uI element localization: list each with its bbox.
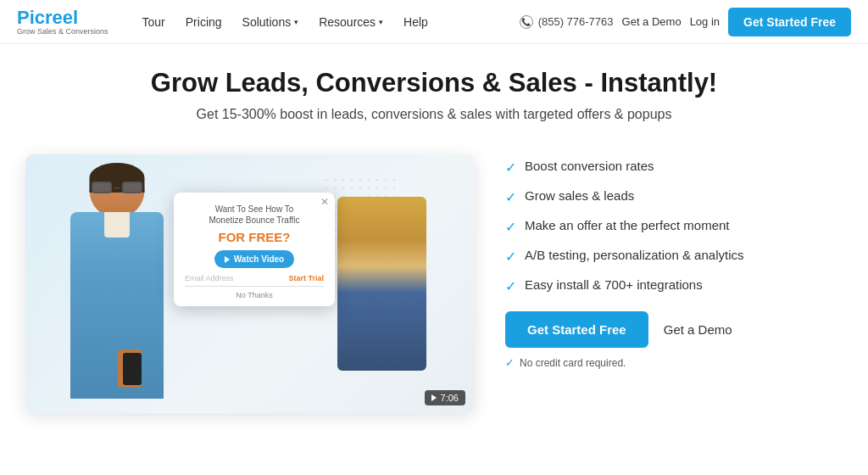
start-trial-button[interactable]: Start Trial	[288, 274, 324, 282]
hero-subtitle: Get 15-300% boost in leads, conversions …	[34, 107, 834, 122]
cta-row: Get Started Free Get a Demo	[505, 311, 843, 348]
no-thanks-text[interactable]: No Thanks	[185, 291, 324, 299]
nav-pricing[interactable]: Pricing	[175, 0, 232, 44]
video-duration-badge: 7:06	[425, 390, 465, 405]
hero-title: Grow Leads, Conversions & Sales - Instan…	[34, 68, 834, 98]
email-row: Email Address Start Trial	[185, 274, 324, 287]
chevron-down-icon: ▾	[294, 18, 298, 26]
no-cc-row: ✓ No credit card required.	[505, 356, 843, 369]
check-icon: ✓	[505, 219, 516, 235]
feature-item-4: ✓ A/B testing, personalization & analyti…	[505, 248, 843, 265]
video-preview[interactable]: ✕ Want To See How To Monetize Bounce Tra…	[25, 154, 475, 413]
timer-play-icon	[431, 394, 437, 401]
nav-help[interactable]: Help	[393, 0, 438, 44]
feature-text: Boost conversion rates	[525, 159, 654, 173]
nav-right: 📞 (855) 776-7763 Get a Demo Log in Get S…	[520, 8, 851, 36]
logo-name: Picreel	[17, 8, 108, 27]
nav-tour[interactable]: Tour	[132, 0, 175, 44]
check-icon: ✓	[505, 189, 516, 205]
features-column: ✓ Boost conversion rates ✓ Grow sales & …	[505, 154, 843, 369]
nav-solutions[interactable]: Solutions ▾	[232, 0, 309, 44]
popup-watch-button[interactable]: Watch Video	[214, 250, 294, 268]
logo[interactable]: Picreel Grow Sales & Conversions	[17, 8, 108, 36]
feature-text: A/B testing, personalization & analytics	[525, 248, 743, 262]
feature-item-5: ✓ Easy install & 700+ integrations	[505, 277, 843, 294]
play-icon	[225, 256, 230, 263]
chevron-down-icon: ▾	[379, 18, 383, 26]
phone-icon: 📞	[520, 15, 533, 29]
feature-item-3: ✓ Make an offer at the perfect moment	[505, 218, 843, 235]
nav-links: Tour Pricing Solutions ▾ Resources ▾ Hel…	[132, 0, 438, 44]
nav-get-demo[interactable]: Get a Demo	[622, 15, 682, 28]
check-icon: ✓	[505, 249, 516, 265]
popup-title-line2: Monetize Bounce Traffic	[185, 215, 324, 226]
hero-content: ✕ Want To See How To Monetize Bounce Tra…	[0, 154, 868, 430]
feature-item-2: ✓ Grow sales & leads	[505, 188, 843, 205]
popup-title-line1: Want To See How To	[185, 204, 324, 215]
nav-resources[interactable]: Resources ▾	[309, 0, 393, 44]
check-icon: ✓	[505, 278, 516, 294]
feature-text: Grow sales & leads	[525, 188, 634, 203]
navbar: Picreel Grow Sales & Conversions Tour Pr…	[0, 0, 868, 44]
nav-cta-button[interactable]: Get Started Free	[728, 8, 851, 36]
popup-modal: ✕ Want To See How To Monetize Bounce Tra…	[174, 193, 335, 306]
feature-item-1: ✓ Boost conversion rates	[505, 159, 843, 176]
feature-text: Easy install & 700+ integrations	[525, 277, 703, 292]
cta-primary-button[interactable]: Get Started Free	[505, 311, 648, 348]
popup-close-icon[interactable]: ✕	[320, 196, 329, 208]
side-person-image	[337, 197, 426, 371]
phone-area[interactable]: 📞 (855) 776-7763	[520, 15, 614, 29]
no-cc-text: No credit card required.	[520, 357, 626, 369]
email-placeholder-text: Email Address	[185, 274, 288, 282]
logo-tagline: Grow Sales & Conversions	[17, 27, 108, 36]
cta-demo-button[interactable]: Get a Demo	[664, 322, 732, 337]
nav-login[interactable]: Log in	[690, 15, 720, 28]
check-icon: ✓	[505, 159, 516, 176]
check-small-icon: ✓	[505, 356, 515, 369]
feature-text: Make an offer at the perfect moment	[525, 218, 730, 232]
popup-free-text: FOR FREE?	[185, 230, 324, 244]
hero-section: Grow Leads, Conversions & Sales - Instan…	[0, 44, 868, 154]
